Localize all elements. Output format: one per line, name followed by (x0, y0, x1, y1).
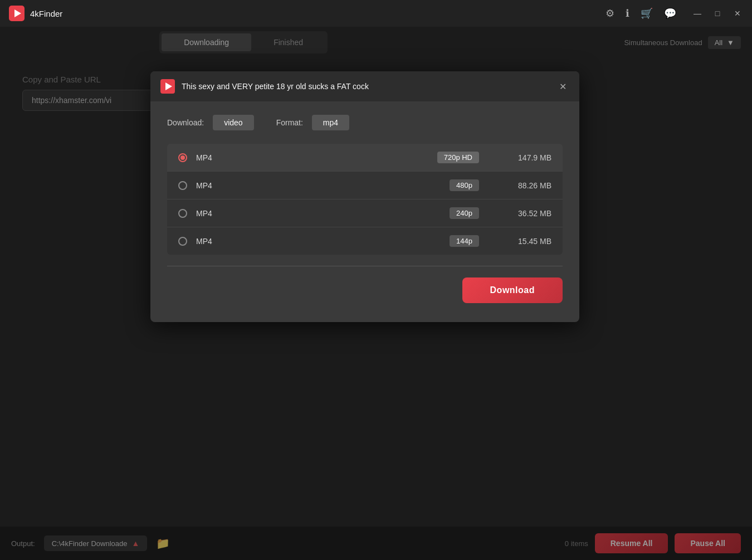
maximize-button[interactable]: □ (712, 9, 723, 18)
cart-icon[interactable]: 🛒 (641, 7, 653, 20)
download-button[interactable]: Download (462, 277, 563, 303)
format-label: Format: (276, 118, 303, 127)
quality-size-240p: 36.52 MB (496, 209, 551, 218)
format-value: mp4 (312, 115, 349, 130)
dialog-title: This sexy and VERY petite 18 yr old suck… (182, 82, 549, 91)
close-button[interactable]: ✕ (732, 9, 743, 18)
title-bar-controls: ⚙ ℹ 🛒 💬 — □ ✕ (605, 7, 743, 20)
radio-720p (178, 153, 187, 162)
quality-size-720p: 147.9 MB (496, 153, 551, 162)
dialog-close-button[interactable]: ✕ (556, 80, 569, 93)
dialog-logo (160, 79, 175, 94)
main-area: Downloading Finished Simultaneous Downlo… (0, 27, 752, 560)
quality-format-480p: MP4 (196, 181, 241, 190)
quality-item-480p[interactable]: MP4 480p 88.26 MB (167, 172, 563, 199)
quality-res-720p: 720p HD (437, 152, 479, 163)
radio-240p (178, 209, 187, 218)
minimize-button[interactable]: — (692, 9, 703, 18)
chat-icon[interactable]: 💬 (664, 7, 676, 20)
download-row: Download (167, 277, 563, 309)
quality-res-144p: 144p (450, 235, 479, 247)
quality-size-480p: 88.26 MB (496, 181, 551, 190)
quality-res-240p: 240p (450, 207, 479, 219)
radio-480p (178, 181, 187, 190)
quality-format-240p: MP4 (196, 209, 241, 218)
quality-item-240p[interactable]: MP4 240p 36.52 MB (167, 199, 563, 227)
download-value: video (213, 115, 253, 130)
radio-144p (178, 237, 187, 246)
quality-size-144p: 15.45 MB (496, 237, 551, 246)
quality-dialog: This sexy and VERY petite 18 yr old suck… (150, 71, 579, 322)
info-icon[interactable]: ℹ (626, 7, 629, 20)
dialog-body: Download: video Format: mp4 MP4 720p HD … (150, 101, 579, 322)
quality-list: MP4 720p HD 147.9 MB MP4 480p 88.26 MB M… (167, 144, 563, 255)
quality-item-144p[interactable]: MP4 144p 15.45 MB (167, 227, 563, 255)
format-row: Download: video Format: mp4 (167, 115, 563, 130)
app-logo (9, 6, 25, 21)
quality-format-144p: MP4 (196, 237, 241, 246)
app-title: 4kFinder (30, 9, 605, 18)
window-controls: — □ ✕ (692, 9, 743, 18)
dialog-divider (167, 266, 563, 266)
quality-format-720p: MP4 (196, 153, 241, 162)
download-label: Download: (167, 118, 204, 127)
dialog-header: This sexy and VERY petite 18 yr old suck… (150, 71, 579, 101)
title-bar: 4kFinder ⚙ ℹ 🛒 💬 — □ ✕ (0, 0, 752, 27)
quality-item-720p[interactable]: MP4 720p HD 147.9 MB (167, 144, 563, 172)
quality-res-480p: 480p (450, 179, 479, 191)
settings-icon[interactable]: ⚙ (605, 7, 614, 20)
